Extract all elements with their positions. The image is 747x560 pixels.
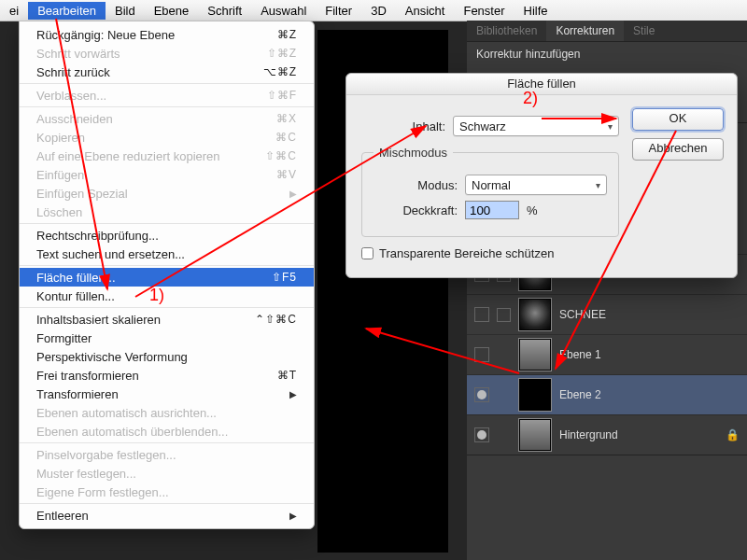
mode-label: Modus: xyxy=(374,178,458,192)
menu-item-label: Ausschneiden xyxy=(36,112,113,126)
menu-item-hilfe[interactable]: Hilfe xyxy=(514,2,557,20)
menu-item[interactable]: Text suchen und ersetzen... xyxy=(20,245,314,263)
menu-item: Schritt vorwärts⇧⌘Z xyxy=(20,44,314,63)
menu-item: Ebenen automatisch überblenden... xyxy=(20,422,314,441)
content-value: Schwarz xyxy=(459,119,506,133)
menu-item[interactable]: Frei transformieren⌘T xyxy=(20,366,314,385)
menu-item[interactable]: Rückgängig: Neue Ebene⌘Z xyxy=(20,25,314,44)
ok-button[interactable]: OK xyxy=(632,108,724,131)
menu-item[interactable]: Entleeren▶ xyxy=(20,506,314,525)
cancel-button[interactable]: Abbrechen xyxy=(632,138,724,161)
menu-item-filter[interactable]: Filter xyxy=(316,2,361,20)
edit-dropdown: Rückgängig: Neue Ebene⌘ZSchritt vorwärts… xyxy=(19,21,315,529)
menu-item-bearbeiten[interactable]: Bearbeiten xyxy=(28,2,106,20)
menu-item-label: Inhaltsbasiert skalieren xyxy=(36,313,161,327)
content-select[interactable]: Schwarz ▾ xyxy=(453,116,619,136)
menu-item-shortcut: ⌘X xyxy=(241,112,297,125)
menu-item-label: Frei transformieren xyxy=(36,369,139,383)
menu-item-label: Kopieren xyxy=(36,131,85,145)
layer-row[interactable]: Hintergrund🔒 xyxy=(467,414,747,455)
visibility-toggle[interactable] xyxy=(474,427,489,442)
menu-item[interactable]: Transformieren▶ xyxy=(20,385,314,403)
submenu-arrow-icon: ▶ xyxy=(289,389,297,399)
menu-item[interactable]: Perspektivische Verformung xyxy=(20,347,314,366)
menu-item: Ebenen automatisch ausrichten... xyxy=(20,403,314,422)
layer-row[interactable]: Ebene 1 xyxy=(467,334,747,374)
layer-checkbox[interactable] xyxy=(497,308,511,322)
menubar: ei Bearbeiten Bild Ebene Schrift Auswahl… xyxy=(0,0,747,21)
menu-item-label: Entleeren xyxy=(36,509,89,523)
mode-select[interactable]: Normal ▾ xyxy=(465,175,607,195)
layer-name: Hintergrund xyxy=(559,428,718,441)
layer-thumbnail[interactable] xyxy=(518,418,552,452)
tab-stile[interactable]: Stile xyxy=(624,21,664,41)
menu-item-label: Perspektivische Verformung xyxy=(36,350,188,364)
menu-item: Einfügen⌘V xyxy=(20,165,314,184)
menu-item-shortcut: ⌘T xyxy=(241,369,297,382)
opacity-label: Deckkraft: xyxy=(374,203,458,217)
menu-item-fenster[interactable]: Fenster xyxy=(454,2,514,20)
menu-item-label: Kontur füllen... xyxy=(36,289,115,303)
layer-row[interactable]: Ebene 2 xyxy=(467,374,747,414)
menu-item[interactable]: Formgitter xyxy=(20,329,314,347)
menu-item-label: Text suchen und ersetzen... xyxy=(36,247,185,261)
tab-bibliotheken[interactable]: Bibliotheken xyxy=(467,21,546,41)
layer-thumbnail[interactable] xyxy=(518,378,552,412)
preserve-transparency-label: Transparente Bereiche schützen xyxy=(379,246,554,260)
menu-item[interactable]: Fläche füllen...⇧F5 xyxy=(20,268,314,287)
layer-name: SCHNEE xyxy=(559,308,740,321)
menu-item: Muster festlegen... xyxy=(20,464,314,483)
menu-item-bild[interactable]: Bild xyxy=(106,2,145,20)
layer-name: Ebene 1 xyxy=(559,348,740,361)
menu-item-label: Ebenen automatisch überblenden... xyxy=(36,425,228,439)
layer-thumbnail[interactable] xyxy=(518,298,552,331)
menu-item: Einfügen Spezial▶ xyxy=(20,184,314,203)
menu-item-auswahl[interactable]: Auswahl xyxy=(251,2,316,20)
submenu-arrow-icon: ▶ xyxy=(289,511,297,521)
mode-value: Normal xyxy=(472,178,511,192)
submenu-arrow-icon: ▶ xyxy=(289,189,297,199)
menu-item-label: Pinselvorgabe festlegen... xyxy=(36,448,176,462)
menu-item: Eigene Form festlegen... xyxy=(20,483,314,501)
menu-item-shortcut: ⇧⌘Z xyxy=(241,47,297,60)
menu-item: Pinselvorgabe festlegen... xyxy=(20,445,314,464)
opacity-input[interactable] xyxy=(465,201,519,219)
menu-item-shortcut: ⇧⌘F xyxy=(241,89,297,102)
menu-item-shortcut: ⇧⌘C xyxy=(241,149,297,162)
layer-thumbnail[interactable] xyxy=(518,338,552,371)
adjustments-title: Korrektur hinzufügen xyxy=(467,42,747,66)
menu-item[interactable]: Schritt zurück⌥⌘Z xyxy=(20,63,314,81)
menu-item[interactable]: Kontur füllen... xyxy=(20,287,314,305)
menu-item-label: Eigene Form festlegen... xyxy=(36,485,169,499)
visibility-toggle[interactable] xyxy=(474,347,489,362)
menu-item-shortcut: ⇧F5 xyxy=(241,271,297,284)
menu-item-label: Transformieren xyxy=(36,387,119,401)
menu-item: Löschen xyxy=(20,203,314,221)
menu-item-label: Ebenen automatisch ausrichten... xyxy=(36,406,217,420)
menu-item-shortcut: ⌥⌘Z xyxy=(241,65,297,78)
menu-item-shortcut: ⌘Z xyxy=(241,28,297,41)
content-label: Inhalt: xyxy=(361,119,445,133)
adjustments-tabs: Bibliotheken Korrekturen Stile xyxy=(467,21,747,42)
menu-item-shortcut: ⌘C xyxy=(241,131,297,144)
menu-item-label: Verblassen... xyxy=(36,89,106,103)
menu-item: Verblassen...⇧⌘F xyxy=(20,86,314,105)
blend-group: Mischmodus Modus: Normal ▾ Deckkraft: % xyxy=(361,146,619,237)
menu-item-schrift[interactable]: Schrift xyxy=(198,2,251,20)
tab-korrekturen[interactable]: Korrekturen xyxy=(546,21,624,41)
caret-icon: ▾ xyxy=(596,180,600,190)
visibility-toggle[interactable] xyxy=(474,387,489,402)
menu-item[interactable]: Inhaltsbasiert skalieren⌃⇧⌘C xyxy=(20,310,314,329)
visibility-toggle[interactable] xyxy=(474,307,489,322)
menu-item[interactable]: Rechtschreibprüfung... xyxy=(20,226,314,245)
menu-item-label: Einfügen Spezial xyxy=(36,187,128,201)
menu-item-datei-partial[interactable]: ei xyxy=(4,2,28,20)
blend-legend: Mischmodus xyxy=(374,146,453,160)
fill-dialog: Fläche füllen OK Abbrechen Inhalt: Schwa… xyxy=(345,73,738,278)
preserve-transparency-checkbox[interactable] xyxy=(361,247,374,259)
layer-row[interactable]: SCHNEE xyxy=(467,294,747,334)
menu-item-3d[interactable]: 3D xyxy=(361,2,396,20)
menu-item-ansicht[interactable]: Ansicht xyxy=(396,2,455,20)
menu-item: Kopieren⌘C xyxy=(20,128,314,147)
menu-item-ebene[interactable]: Ebene xyxy=(145,2,199,20)
